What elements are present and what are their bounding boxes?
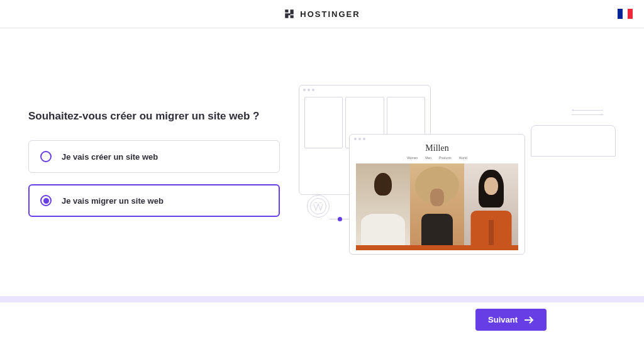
hostinger-icon — [284, 8, 295, 19]
radio-icon — [40, 195, 52, 206]
main-content: Souhaitez-vous créer ou migrer un site w… — [0, 28, 644, 261]
brand-name: HOSTINGER — [300, 9, 360, 19]
next-button[interactable]: Suivant — [475, 309, 547, 331]
option-label: Je vais créer un site web — [62, 152, 158, 162]
progress-bar — [0, 296, 644, 302]
website-preview: Millen Women Men Products World — [349, 134, 525, 255]
option-create-website[interactable]: Je vais créer un site web — [28, 140, 280, 173]
brand-logo: HOSTINGER — [284, 8, 360, 19]
locale-flag-icon[interactable] — [618, 9, 633, 19]
option-label: Je vais migrer un site web — [62, 196, 164, 206]
preview-site-title: Millen — [350, 143, 525, 153]
radio-icon — [40, 151, 52, 162]
server-outline — [531, 125, 616, 157]
footer: Suivant — [0, 302, 644, 337]
transfer-arrows-icon — [572, 110, 603, 115]
header: HOSTINGER — [0, 0, 644, 28]
option-migrate-website[interactable]: Je vais migrer un site web — [28, 184, 280, 217]
connector-dot — [338, 217, 342, 221]
preview-nav: Women Men Products World — [350, 156, 525, 160]
question-heading: Souhaitez-vous créer ou migrer un site w… — [28, 110, 280, 123]
left-panel: Souhaitez-vous créer ou migrer un site w… — [28, 110, 280, 261]
illustration-panel: Millen Women Men Products World — [299, 85, 616, 261]
arrow-right-icon — [524, 316, 534, 324]
next-button-label: Suivant — [488, 315, 518, 324]
wordpress-icon — [307, 195, 330, 218]
